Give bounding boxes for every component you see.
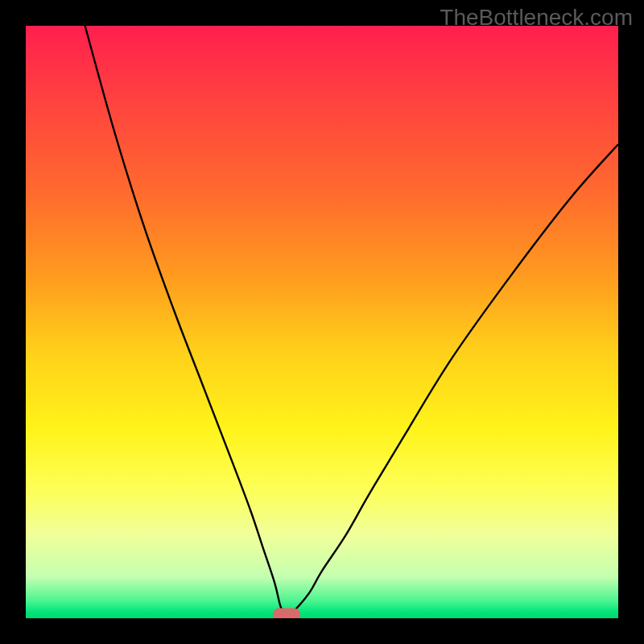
plot-area (26, 26, 618, 618)
minimum-marker (273, 609, 300, 619)
curve-right-branch (287, 144, 618, 618)
bottleneck-curve (26, 26, 618, 618)
chart-container: TheBottleneck.com (0, 0, 644, 644)
curve-left-branch (85, 26, 287, 618)
